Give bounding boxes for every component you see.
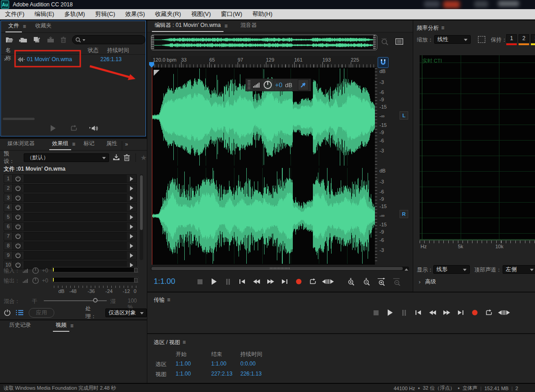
panel-menu-icon[interactable]: ≡ — [182, 339, 187, 348]
panel-menu-icon[interactable]: ≡ — [223, 23, 229, 32]
effect-slot[interactable]: 3 — [4, 193, 137, 202]
record-button[interactable] — [294, 277, 304, 286]
menu-item[interactable]: 多轨(M) — [59, 10, 90, 18]
effect-slot[interactable]: 5 — [4, 213, 137, 221]
fast-forward-button[interactable] — [265, 277, 275, 286]
effect-slot[interactable]: 6 — [4, 222, 137, 231]
panel-menu-icon[interactable]: ≡ — [166, 297, 172, 306]
hold-button[interactable]: 3 — [531, 34, 535, 45]
effects-vscrollbar[interactable] — [140, 174, 143, 260]
slot-body[interactable] — [23, 213, 127, 221]
menu-item[interactable]: 效果(S) — [120, 10, 150, 18]
tab-markers[interactable]: 标记 — [81, 140, 97, 150]
menu-item[interactable]: 剪辑(C) — [90, 10, 120, 18]
hold-button[interactable]: 2 — [519, 34, 529, 45]
gain-hud[interactable]: +0 dB — [245, 78, 311, 91]
tab-media-browser[interactable]: 媒体浏览器 — [5, 140, 37, 150]
files-hscrollbar[interactable] — [3, 118, 35, 120]
menu-item[interactable]: 收藏夹(R) — [150, 10, 186, 18]
slot-power-icon[interactable] — [13, 194, 23, 202]
slot-body[interactable] — [23, 251, 127, 259]
slot-body[interactable] — [23, 184, 127, 192]
hud-pin-button[interactable] — [298, 79, 309, 90]
slot-power-icon[interactable] — [13, 184, 23, 192]
skip-to-end-button[interactable] — [456, 308, 466, 317]
row-duration-value[interactable]: 226:1.13 — [240, 371, 262, 377]
left-channel-badge[interactable]: L — [400, 111, 408, 120]
top-channel-dropdown[interactable]: 左侧 — [503, 265, 535, 274]
overview-waveform[interactable] — [154, 36, 373, 49]
tab-editor[interactable]: 编辑器 : 01 Movin' On.wma — [152, 21, 223, 32]
skip-selection-button[interactable] — [498, 308, 510, 317]
preview-play-button[interactable] — [48, 124, 58, 133]
fast-forward-button[interactable] — [442, 308, 452, 317]
slot-expand-arrow-icon[interactable] — [130, 177, 133, 181]
hud-drag-handle[interactable] — [248, 80, 250, 89]
effect-slot[interactable]: 1 — [4, 174, 137, 183]
panel-menu-icon[interactable]: ≡ — [22, 23, 28, 32]
stop-button[interactable] — [371, 308, 381, 317]
stop-button[interactable] — [195, 277, 205, 286]
timeline-ruler[interactable]: 120.0 bpm 336597129161193225 — [151, 56, 376, 68]
play-button[interactable] — [209, 277, 219, 286]
zoom-navigator-icon[interactable] — [381, 38, 389, 46]
skip-selection-button[interactable] — [322, 277, 334, 286]
loop-playback-button[interactable] — [308, 277, 318, 286]
slot-power-icon[interactable] — [13, 175, 23, 183]
slot-power-icon[interactable] — [13, 232, 23, 240]
slot-expand-arrow-icon[interactable] — [130, 263, 133, 267]
new-item-icon[interactable] — [33, 37, 41, 43]
tab-effects-rack[interactable]: 效果组 — [49, 140, 71, 150]
slot-expand-arrow-icon[interactable] — [130, 196, 133, 200]
slot-body[interactable] — [23, 204, 127, 211]
column-duration[interactable]: 持续时间 — [107, 47, 129, 54]
effect-slot[interactable]: 8 — [4, 241, 137, 250]
hud-gain-value[interactable]: +0 — [275, 81, 282, 89]
slot-body[interactable] — [23, 194, 127, 202]
slot-power-icon[interactable] — [13, 213, 23, 221]
slot-body[interactable] — [23, 223, 127, 230]
tab-mixer[interactable]: 混音器 — [238, 21, 260, 32]
record-button[interactable] — [470, 308, 480, 317]
waveform-right-channel[interactable] — [152, 168, 375, 264]
zoom-out-button[interactable] — [361, 277, 371, 286]
rack-power-icon[interactable] — [4, 309, 11, 316]
menu-item[interactable]: 窗口(W) — [216, 10, 247, 18]
delete-preset-icon[interactable] — [124, 154, 130, 161]
tab-properties[interactable]: 属性 — [104, 140, 120, 150]
rewind-button[interactable] — [427, 308, 437, 317]
skip-to-start-button[interactable] — [413, 308, 423, 317]
panel-menu-icon[interactable]: ≡ — [69, 323, 75, 332]
overview-navigator[interactable] — [151, 35, 377, 50]
expand-chevron-icon[interactable]: › — [4, 56, 6, 63]
slot-expand-arrow-icon[interactable] — [130, 244, 133, 248]
editor-hscrollbar[interactable] — [151, 267, 409, 271]
time-display[interactable]: 1:1.00 — [154, 277, 195, 286]
slot-expand-arrow-icon[interactable] — [130, 234, 133, 239]
row-start-value[interactable]: 1:1.00 — [176, 371, 191, 377]
slot-expand-arrow-icon[interactable] — [130, 225, 133, 229]
pause-button[interactable] — [223, 277, 233, 286]
output-knob-icon[interactable] — [32, 277, 39, 284]
slot-power-icon[interactable] — [13, 204, 23, 211]
auto-play-speaker-icon[interactable] — [89, 125, 99, 132]
tab-history[interactable]: 历史记录 — [6, 321, 34, 332]
apply-button[interactable]: 应用 — [29, 308, 54, 318]
tab-files[interactable]: 文件 — [5, 22, 22, 32]
slot-power-icon[interactable] — [13, 242, 23, 250]
skip-to-start-button[interactable] — [237, 277, 247, 286]
search-input[interactable] — [72, 35, 145, 44]
effect-slot[interactable]: 4 — [4, 203, 137, 212]
save-preset-icon[interactable] — [113, 154, 120, 161]
trash-icon[interactable] — [60, 37, 67, 43]
process-dropdown[interactable]: 仅选区对象 — [105, 308, 147, 317]
slot-expand-arrow-icon[interactable] — [130, 253, 133, 258]
slot-expand-arrow-icon[interactable] — [130, 205, 133, 210]
effect-slot[interactable]: 2 — [4, 184, 137, 193]
hold-button[interactable]: 1 — [506, 34, 517, 45]
menu-item[interactable]: 文件(F) — [0, 10, 30, 18]
effect-slot[interactable]: 7 — [4, 232, 137, 240]
favorite-star-icon[interactable]: ★ — [135, 153, 147, 162]
effect-slot[interactable]: 9 — [4, 251, 137, 260]
row-end-value[interactable]: 227:2.13 — [211, 371, 233, 377]
